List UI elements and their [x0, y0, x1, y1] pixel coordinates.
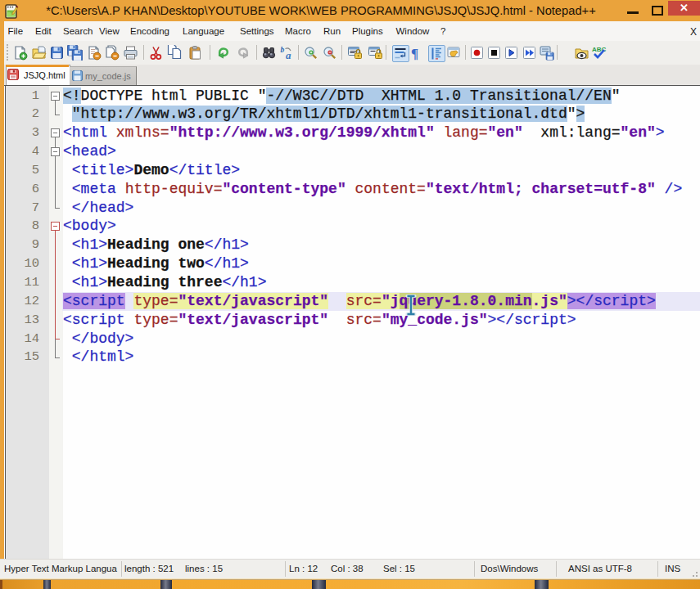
svg-text:b: b: [280, 46, 284, 54]
svg-text:ABC: ABC: [592, 46, 607, 53]
svg-text:¶: ¶: [411, 46, 418, 61]
